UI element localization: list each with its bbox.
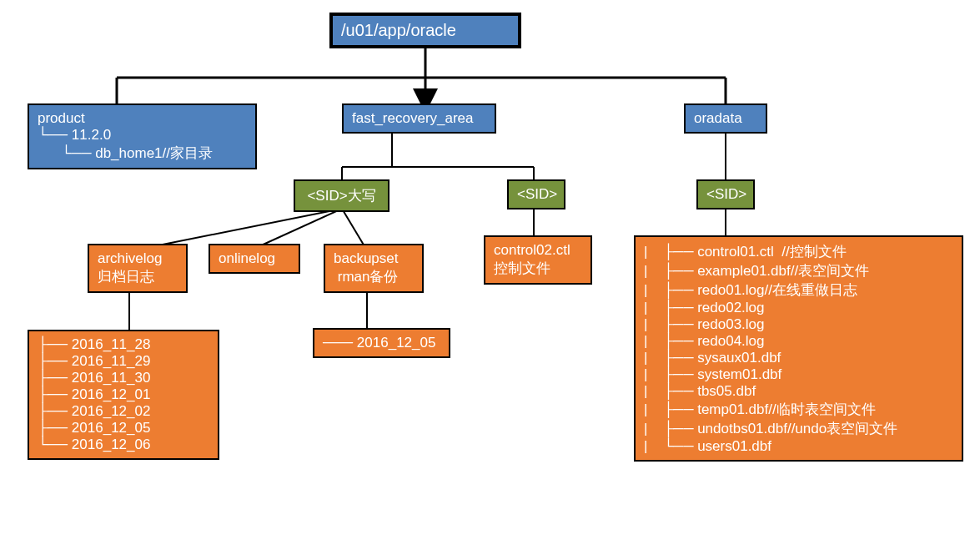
oradata-sid: <SID> xyxy=(706,186,746,202)
list-item: ├── 2016_11_29 xyxy=(38,353,209,370)
list-item: | ├── redo02.log xyxy=(644,300,953,316)
archivelog-name: archivelog xyxy=(98,250,178,267)
oradata-files-box: | ├── control01.ctl //控制文件| ├── example0… xyxy=(634,235,963,462)
list-item: | ├── redo03.log xyxy=(644,316,953,333)
fra-title: fast_recovery_area xyxy=(352,110,474,126)
backupset-dates-box: ─── 2016_12_05 xyxy=(313,328,450,358)
archivelog-box: archivelog 归档日志 xyxy=(88,244,188,293)
root-path: /u01/app/oracle xyxy=(341,21,456,39)
oradata-box: oradata xyxy=(684,103,767,134)
list-item: | ├── undotbs01.dbf//undo表空间文件 xyxy=(644,419,953,438)
oradata-title: oradata xyxy=(694,110,742,126)
backupset-box: backupset rman备份 xyxy=(324,244,424,293)
list-item: ├── 2016_12_05 xyxy=(38,420,209,437)
fra-box: fast_recovery_area xyxy=(342,103,496,134)
list-item: | ├── control01.ctl //控制文件 xyxy=(644,242,953,261)
list-item: └── 2016_12_06 xyxy=(38,437,209,453)
list-item: ├── 2016_11_30 xyxy=(38,370,209,386)
list-item: ├── 2016_12_02 xyxy=(38,403,209,420)
product-line2: └── db_home1//家目录 xyxy=(38,144,247,163)
list-item: ├── 2016_12_01 xyxy=(38,386,209,403)
onlinelog: onlinelog xyxy=(219,250,275,266)
sid-upper: <SID>大写 xyxy=(307,188,375,204)
backupset-date: ─── 2016_12_05 xyxy=(323,335,435,351)
control02-box: control02.ctl 控制文件 xyxy=(484,235,592,285)
list-item: | └── users01.dbf xyxy=(644,438,953,455)
archivelog-sub: 归档日志 xyxy=(98,267,178,286)
product-title: product xyxy=(38,110,247,127)
backupset-sub: rman备份 xyxy=(334,267,414,286)
oradata-sid-box: <SID> xyxy=(696,179,755,209)
list-item: | ├── redo04.log xyxy=(644,333,953,350)
list-item: | ├── redo01.log//在线重做日志 xyxy=(644,280,953,300)
list-item: ├── 2016_11_28 xyxy=(38,336,209,353)
list-item: | ├── system01.dbf xyxy=(644,366,953,383)
root-path-box: /u01/app/oracle xyxy=(329,13,521,48)
product-box: product └── 11.2.0 └── db_home1//家目录 xyxy=(28,103,257,169)
product-line1: └── 11.2.0 xyxy=(38,127,247,144)
archivelog-dates-box: ├── 2016_11_28├── 2016_11_29├── 2016_11_… xyxy=(28,330,219,460)
backupset-name: backupset xyxy=(334,250,414,267)
list-item: | ├── temp01.dbf//临时表空间文件 xyxy=(644,400,953,419)
onlinelog-box: onlinelog xyxy=(209,244,300,274)
list-item: | ├── tbs05.dbf xyxy=(644,383,953,400)
sid-upper-box: <SID>大写 xyxy=(294,179,389,212)
list-item: | ├── sysaux01.dbf xyxy=(644,350,953,366)
fra-sid: <SID> xyxy=(517,186,557,202)
fra-sid-box: <SID> xyxy=(507,179,565,209)
control02-sub: 控制文件 xyxy=(494,259,582,278)
list-item: | ├── example01.dbf//表空间文件 xyxy=(644,261,953,280)
control02-name: control02.ctl xyxy=(494,242,582,259)
